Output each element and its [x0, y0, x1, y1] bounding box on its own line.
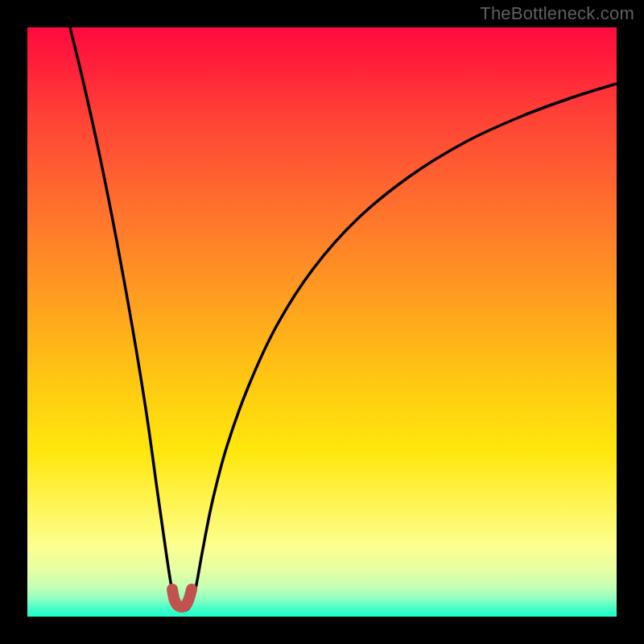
bottleneck-marker — [172, 589, 192, 607]
chart-svg — [27, 27, 617, 617]
bottleneck-curve — [70, 27, 617, 610]
chart-frame: TheBottleneck.com — [0, 0, 644, 644]
chart-plot-area — [27, 27, 617, 617]
watermark-text: TheBottleneck.com — [480, 3, 634, 24]
